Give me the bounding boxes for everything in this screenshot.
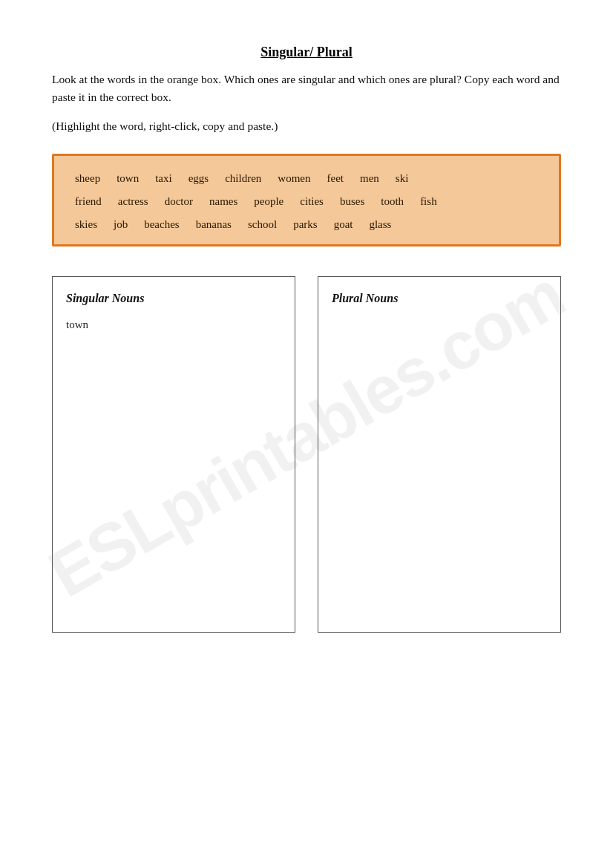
word-item: eggs [189,172,209,185]
word-row-3: skiesjobbeachesbananasschoolparksgoatgla… [75,218,538,231]
plural-box-title: Plural Nouns [332,292,547,305]
word-item: doctor [165,195,193,208]
word-item: people [254,195,283,208]
word-item: men [360,172,379,185]
word-item: children [225,172,261,185]
word-item: ski [396,172,409,185]
word-row-2: friendactressdoctornamespeoplecitiesbuse… [75,195,538,208]
word-row-1: sheeptowntaxieggschildrenwomenfeetmenski [75,172,538,185]
singular-noun-box: Singular Nouns town [52,276,295,633]
word-item: job [114,218,128,231]
word-box: sheeptowntaxieggschildrenwomenfeetmenski… [52,154,561,247]
word-item: friend [75,195,102,208]
word-item: tooth [381,195,404,208]
word-item: skies [75,218,97,231]
word-item: buses [340,195,364,208]
word-item: glass [369,218,391,231]
noun-boxes-container: Singular Nouns town Plural Nouns [52,276,561,633]
word-item: fish [420,195,437,208]
word-item: parks [293,218,318,231]
word-item: school [248,218,277,231]
word-item: goat [334,218,353,231]
word-item: bananas [196,218,232,231]
word-item: town [117,172,139,185]
word-item: women [278,172,310,185]
hint-text: (Highlight the word, right-click, copy a… [52,120,561,133]
word-item: sheep [75,172,100,185]
instructions-text: Look at the words in the orange box. Whi… [52,71,561,106]
word-item: beaches [144,218,179,231]
plural-noun-box: Plural Nouns [318,276,561,633]
singular-box-title: Singular Nouns [66,292,281,305]
word-item: cities [300,195,324,208]
word-item: actress [118,195,148,208]
singular-entry-1: town [66,319,281,331]
word-item: taxi [155,172,172,185]
word-item: feet [327,172,343,185]
word-item: names [209,195,237,208]
page-title: Singular/ Plural [52,45,561,60]
